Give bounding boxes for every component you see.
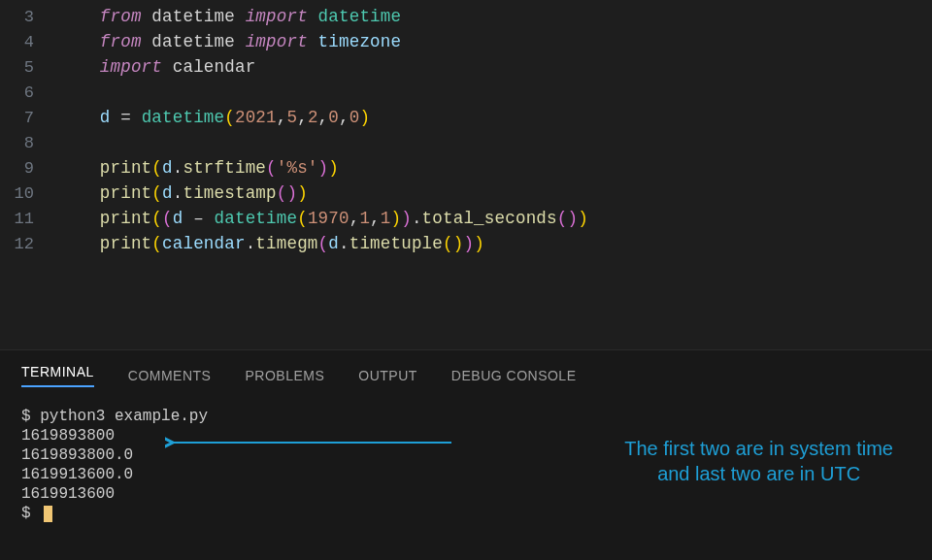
code-line[interactable]: 10 print(d.timestamp()): [0, 181, 932, 206]
code-line[interactable]: 8: [0, 130, 932, 155]
code-content[interactable]: print(d.strftime('%s')): [58, 158, 339, 178]
terminal-line: $ python3 example.py: [21, 407, 911, 426]
code-line[interactable]: 5 import calendar: [0, 54, 932, 80]
annotation-line1: The first two are in system time: [624, 436, 893, 461]
code-content[interactable]: print(d.timestamp()): [58, 183, 308, 203]
tab-problems[interactable]: PROBLEMS: [245, 368, 324, 383]
code-line[interactable]: 12 print(calendar.timegm(d.timetuple())): [0, 231, 932, 256]
line-number: 9: [0, 159, 58, 178]
annotation-text: The first two are in system time and las…: [624, 436, 893, 486]
code-content[interactable]: [58, 133, 100, 152]
tab-comments[interactable]: COMMENTS: [128, 368, 212, 383]
code-line[interactable]: 6: [0, 80, 932, 105]
code-content[interactable]: from datetime import datetime: [58, 7, 401, 26]
tab-debug-console[interactable]: DEBUG CONSOLE: [451, 368, 577, 383]
code-line[interactable]: 11 print((d – datetime(1970,1,1)).total_…: [0, 206, 932, 231]
annotation-line2: and last two are in UTC: [624, 461, 893, 486]
code-line[interactable]: 9 print(d.strftime('%s')): [0, 155, 932, 181]
terminal-cursor: [44, 506, 52, 522]
code-line[interactable]: 4 from datetime import timezone: [0, 29, 932, 54]
line-number: 6: [0, 83, 58, 102]
code-line[interactable]: 3 from datetime import datetime: [0, 4, 932, 29]
terminal-line: 1619913600: [21, 484, 911, 504]
code-content[interactable]: import calendar: [58, 57, 255, 77]
line-number: 7: [0, 109, 58, 127]
code-content[interactable]: print((d – datetime(1970,1,1)).total_sec…: [58, 209, 588, 228]
code-content[interactable]: from datetime import timezone: [58, 32, 401, 51]
code-content[interactable]: d = datetime(2021,5,2,0,0): [58, 108, 370, 127]
line-number: 11: [0, 210, 58, 228]
code-content[interactable]: [58, 82, 100, 102]
line-number: 8: [0, 134, 58, 152]
panel-tabs: TERMINAL COMMENTS PROBLEMS OUTPUT DEBUG …: [0, 350, 932, 397]
line-number: 10: [0, 184, 58, 203]
tab-output[interactable]: OUTPUT: [358, 368, 417, 383]
code-line[interactable]: 7 d = datetime(2021,5,2,0,0): [0, 105, 932, 130]
tab-terminal[interactable]: TERMINAL: [21, 364, 94, 387]
terminal-line: $: [21, 504, 911, 523]
line-number: 5: [0, 58, 58, 77]
line-number: 4: [0, 33, 58, 51]
code-editor[interactable]: 3 from datetime import datetime4 from da…: [0, 0, 932, 295]
line-number: 12: [0, 235, 58, 253]
line-number: 3: [0, 8, 58, 26]
code-content[interactable]: print(calendar.timegm(d.timetuple())): [58, 234, 484, 253]
